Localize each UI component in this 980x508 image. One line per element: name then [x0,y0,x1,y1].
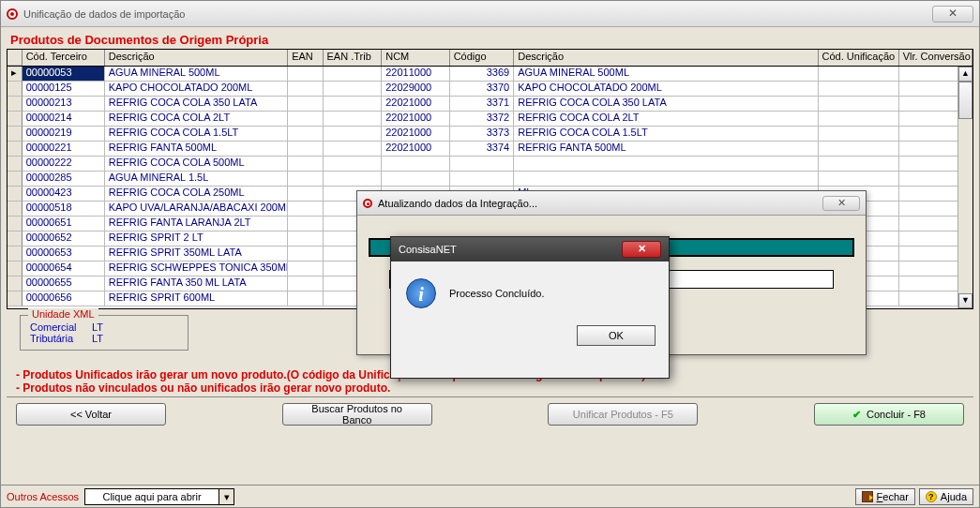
voltar-button[interactable]: << Voltar [16,403,166,426]
cell[interactable]: 00000125 [23,82,105,97]
cell[interactable] [288,127,323,142]
cell[interactable] [324,127,383,142]
col-descricao[interactable]: Descrição [105,50,288,66]
cell[interactable]: KAPO CHOCOLATADO 200ML [105,82,288,97]
cell[interactable]: REFRIG FANTA LARANJA 2LT [105,217,288,232]
window-close-button[interactable]: ✕ [932,6,973,22]
cell[interactable]: 3369 [450,67,515,82]
cell[interactable] [324,142,383,157]
cell[interactable]: REFRIG SPRIT 350ML LATA [105,247,288,261]
cell[interactable]: REFRIG FANTA 500ML [105,142,288,157]
cell[interactable] [819,157,899,172]
col-ean[interactable]: EAN [288,50,323,66]
col-cod-terceiro[interactable]: Cód. Terceiro [23,50,105,66]
cell[interactable]: REFRIG SCHWEPPES TONICA 350ML LATA [105,261,288,276]
cell[interactable]: 22021000 [382,97,449,112]
cell[interactable] [819,142,899,157]
cell[interactable]: 00000656 [23,291,105,306]
table-row[interactable]: 00000213REFRIG COCA COLA 350 LATA2202100… [8,97,972,112]
cell[interactable]: REFRIG COCA COLA 250ML [105,187,288,202]
table-row[interactable]: ▸00000053AGUA MINERAL 500ML220110003369A… [8,67,972,82]
cell[interactable] [288,247,323,261]
cell[interactable] [324,82,383,97]
cell[interactable]: REFRIG FANTA 350 ML LATA [105,276,288,291]
cell[interactable] [288,142,323,157]
cell[interactable] [819,127,899,142]
scroll-up-icon[interactable]: ▲ [958,67,972,82]
cell[interactable]: AGUA MINERAL 1.5L [105,172,288,187]
cell[interactable]: 3370 [450,82,515,97]
cell[interactable]: 3372 [450,112,515,127]
ajuda-button[interactable]: ?Ajuda [919,488,973,505]
cell[interactable]: 00000213 [23,97,105,112]
cell[interactable] [324,157,383,172]
cell[interactable] [324,112,383,127]
message-dialog-close-button[interactable]: ✕ [622,241,661,258]
cell[interactable] [288,217,323,232]
cell[interactable] [288,67,323,82]
buscar-produtos-button[interactable]: Buscar Produtos no Banco [282,403,432,426]
table-row[interactable]: 00000221REFRIG FANTA 500ML220210003374RE… [8,142,972,157]
cell[interactable] [288,276,323,291]
scroll-down-icon[interactable]: ▼ [958,293,972,308]
cell[interactable]: 22011000 [382,67,449,82]
cell[interactable] [382,157,449,172]
cell[interactable]: REFRIG COCA COLA 2LT [105,112,288,127]
cell[interactable]: 22021000 [382,142,449,157]
cell[interactable]: REFRIG COCA COLA 1.5LT [514,127,818,142]
cell[interactable]: 00000053 [23,67,105,82]
cell[interactable]: 00000651 [23,217,105,232]
col-codigo[interactable]: Código [450,50,515,66]
cell[interactable]: REFRIG COCA COLA 1.5LT [105,127,288,142]
cell[interactable] [288,187,323,202]
cell[interactable] [324,97,383,112]
cell[interactable]: 3371 [450,97,515,112]
cell[interactable] [819,112,899,127]
cell[interactable] [819,82,899,97]
cell[interactable] [288,232,323,247]
ok-button[interactable]: OK [577,325,656,346]
cell[interactable] [288,157,323,172]
cell[interactable] [288,172,323,187]
cell[interactable] [288,291,323,306]
cell[interactable]: 00000221 [23,142,105,157]
cell[interactable] [450,157,515,172]
cell[interactable]: REFRIG COCA COLA 2LT [514,112,818,127]
col-ean-trib[interactable]: EAN .Trib [324,50,383,66]
grid-scrollbar[interactable]: ▲ ▼ [957,67,972,308]
cell[interactable] [819,172,899,187]
cell[interactable] [324,172,383,187]
cell[interactable]: 00000222 [23,157,105,172]
cell[interactable] [324,67,383,82]
cell[interactable] [450,172,515,187]
cell[interactable]: REFRIG SPRIT 2 LT [105,232,288,247]
cell[interactable]: 00000654 [23,261,105,276]
cell[interactable] [819,67,899,82]
progress-dialog-close-button[interactable]: ✕ [822,196,860,211]
cell[interactable] [288,82,323,97]
cell[interactable] [288,261,323,276]
cell[interactable]: 00000653 [23,247,105,261]
concluir-button[interactable]: ✔Concluir - F8 [814,403,964,426]
cell[interactable]: 00000285 [23,172,105,187]
cell[interactable] [288,97,323,112]
cell[interactable]: AGUA MINERAL 500ML [105,67,288,82]
col-ncm[interactable]: NCM [382,50,449,66]
col-descricao2[interactable]: Descrição [514,50,818,66]
cell[interactable]: 00000655 [23,276,105,291]
cell[interactable]: REFRIG COCA COLA 350 LATA [514,97,818,112]
cell[interactable]: REFRIG SPRIT 600ML [105,291,288,306]
cell[interactable]: 3374 [450,142,515,157]
cell[interactable]: REFRIG COCA COLA 350 LATA [105,97,288,112]
cell[interactable] [819,97,899,112]
col-vlr-conversao[interactable]: Vlr. Conversão [899,50,972,66]
scroll-thumb[interactable] [958,82,972,119]
cell[interactable]: 3373 [450,127,515,142]
cell[interactable]: 00000652 [23,232,105,247]
col-cod-unificacao[interactable]: Cód. Unificação [819,50,899,66]
cell[interactable]: AGUA MINERAL 500ML [514,67,818,82]
unificar-produtos-button[interactable]: Unificar Produtos - F5 [548,403,698,426]
cell[interactable]: KAPO UVA/LARANJA/ABACAXI 200ML [105,202,288,217]
cell[interactable]: 22029000 [382,82,449,97]
cell[interactable]: REFRIG COCA COLA 500ML [105,157,288,172]
